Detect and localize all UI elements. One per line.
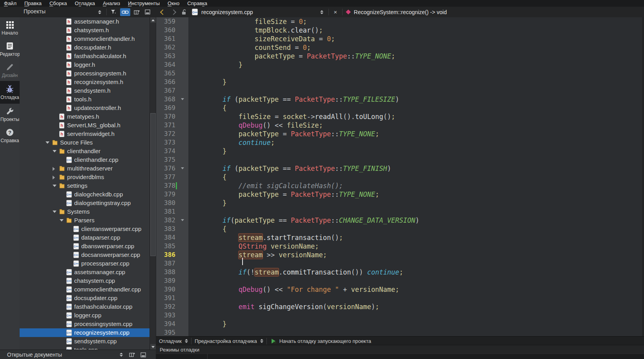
code-line-382[interactable]: if(packetType == PacketType::CHANGE_DATA… <box>188 216 642 225</box>
code-line-369[interactable]: { <box>188 104 642 112</box>
tree-item-tools.h[interactable]: htools.h <box>20 95 150 104</box>
scroll-down-icon[interactable] <box>150 344 156 350</box>
panel-combo-arrows-icon[interactable] <box>117 351 125 359</box>
tree-item-logger.cpp[interactable]: C++logger.cpp <box>20 311 150 320</box>
preset-combo-arrows-icon[interactable] <box>260 339 263 343</box>
collapsed-arrow-icon[interactable] <box>53 176 55 180</box>
tree-item-clienthandler[interactable]: clienthandler <box>20 147 150 156</box>
code-line-367[interactable] <box>188 86 642 95</box>
tree-item-providerdblms[interactable]: providerdblms <box>20 173 150 181</box>
tree-scrollbar[interactable] <box>150 17 156 350</box>
tree-item-dbanswerparser.cpp[interactable]: C++dbanswerparser.cpp <box>20 242 150 251</box>
expanded-arrow-icon[interactable] <box>46 141 49 144</box>
expanded-arrow-icon[interactable] <box>53 150 57 152</box>
code-line-395[interactable] <box>188 328 642 336</box>
scroll-up-icon[interactable] <box>150 17 156 23</box>
tree-item-ServerLMS_global.h[interactable]: hServerLMS_global.h <box>20 121 150 130</box>
tree-item-chatsystem.h[interactable]: hchatsystem.h <box>20 26 150 35</box>
code-line-365[interactable] <box>188 69 642 78</box>
tree-item-processparser.cpp[interactable]: C++processparser.cpp <box>20 259 150 268</box>
code-line-371[interactable]: qDebug() << fileSize; <box>188 121 642 130</box>
split-panel-icon[interactable] <box>128 351 136 359</box>
fold-marker-icon[interactable] <box>181 167 184 169</box>
start-debug-icon[interactable] <box>270 337 278 345</box>
tree-item-assetsmanager.h[interactable]: hassetsmanager.h <box>20 17 150 26</box>
close-panel-icon[interactable] <box>144 8 151 16</box>
menu-item-2[interactable]: Правка <box>20 0 46 7</box>
mode-справка[interactable]: ?Справка <box>0 125 20 146</box>
code-line-368[interactable]: if (packetType == PacketType::TYPE_FILES… <box>188 95 642 104</box>
split-panel-icon[interactable] <box>133 8 141 16</box>
tree-item-docsupdater.h[interactable]: hdocsupdater.h <box>20 43 150 52</box>
code-line-379[interactable]: packetType = PacketType::TYPE_NONE; <box>188 190 642 199</box>
tree-item-tools.cpp[interactable]: C++tools.cpp <box>20 346 150 350</box>
menu-item-1[interactable]: Файл <box>0 0 20 7</box>
tree-item-dialogcheckdb.cpp[interactable]: C++dialogcheckdb.cpp <box>20 190 150 199</box>
tree-item-metatypes.h[interactable]: hmetatypes.h <box>20 112 150 121</box>
code-line-360[interactable]: tmpBlock.clear(); <box>188 26 642 35</box>
tree-item-assetsmanager.cpp[interactable]: C++assetsmanager.cpp <box>20 268 150 277</box>
tree-item-settings[interactable]: settings <box>20 181 150 190</box>
code-line-376[interactable]: if (packetType == PacketType::TYPE_FINIS… <box>188 164 642 173</box>
filter-icon[interactable] <box>109 8 117 16</box>
tree-item-dialogsettingstray.cpp[interactable]: C++dialogsettingstray.cpp <box>20 199 150 207</box>
code-line-387[interactable] <box>188 259 642 268</box>
editor-scrollbar[interactable] <box>642 17 644 336</box>
code-line-380[interactable]: } <box>188 199 642 207</box>
tree-item-fasthashcalculator.h[interactable]: hfasthashcalculator.h <box>20 52 150 60</box>
tree-item-commonclienthandler.cpp[interactable]: C++commonclienthandler.cpp <box>20 285 150 294</box>
close-document-icon[interactable]: × <box>332 8 339 16</box>
tree-item-recognizesystem.cpp[interactable]: C++recognizesystem.cpp <box>20 328 150 337</box>
tree-item-dataparser.cpp[interactable]: C++dataparser.cpp <box>20 233 150 242</box>
code-line-385[interactable]: QString versionName; <box>188 242 642 251</box>
code-line-361[interactable]: sizeReceiveData = 0; <box>188 35 642 43</box>
debugger-combo-arrows-icon[interactable] <box>185 339 188 343</box>
document-combo-arrows-icon[interactable] <box>318 8 326 16</box>
code-line-372[interactable]: packetType = PacketType::TYPE_NONE; <box>188 130 642 138</box>
menu-item-8[interactable]: Справка <box>183 0 211 7</box>
code-line-362[interactable]: countSend = 0; <box>188 43 642 52</box>
code-line-375[interactable] <box>188 156 642 164</box>
code-line-366[interactable]: } <box>188 78 642 86</box>
unlock-icon[interactable] <box>180 8 188 16</box>
tree-item-processingsystem.cpp[interactable]: C++processingsystem.cpp <box>20 320 150 328</box>
mode-начало[interactable]: Начало <box>0 17 20 38</box>
forward-icon[interactable] <box>170 8 177 16</box>
mode-отладка[interactable]: Отладка <box>0 81 20 104</box>
tree-item-sendsystem.cpp[interactable]: C++sendsystem.cpp <box>20 337 150 346</box>
debugger-selector[interactable]: Отладчик <box>159 338 182 344</box>
tree-item-multithreadserver[interactable]: multithreadserver <box>20 164 150 173</box>
tree-item-docsanswerparser.cpp[interactable]: C++docsanswerparser.cpp <box>20 251 150 259</box>
code-line-363[interactable]: packetType = PacketType::TYPE_NONE; <box>188 52 642 60</box>
tree-item-sendsystem.h[interactable]: hsendsystem.h <box>20 86 150 95</box>
menu-item-3[interactable]: Сборка <box>46 0 71 7</box>
expanded-arrow-icon[interactable] <box>53 211 57 213</box>
code-line-389[interactable] <box>188 277 642 285</box>
expanded-arrow-icon[interactable] <box>53 185 57 187</box>
code-line-391[interactable] <box>188 294 642 302</box>
code-line-393[interactable] <box>188 311 642 320</box>
tree-item-Source Files[interactable]: Source Files <box>20 138 150 147</box>
panel-combo-arrows-icon[interactable] <box>96 8 104 16</box>
tree-item-chatsystem.cpp[interactable]: C++chatsystem.cpp <box>20 277 150 285</box>
code-line-383[interactable]: { <box>188 225 642 233</box>
tree-item-clienthandler.cpp[interactable]: C++clienthandler.cpp <box>20 156 150 164</box>
menu-item-4[interactable]: Отладка <box>71 0 99 7</box>
tree-item-Systems[interactable]: Systems <box>20 207 150 216</box>
code-line-384[interactable]: stream.startTransaction(); <box>188 233 642 242</box>
code-line-374[interactable]: } <box>188 147 642 156</box>
code-line-392[interactable]: emit sigChangeVersion(versionName); <box>188 302 642 311</box>
code-line-364[interactable]: } <box>188 60 642 69</box>
expanded-arrow-icon[interactable] <box>60 219 64 222</box>
tree-item-commonclienthandler.h[interactable]: hcommonclienthandler.h <box>20 35 150 43</box>
close-panel-icon[interactable] <box>139 351 147 359</box>
tree-item-docsupdater.cpp[interactable]: C++docsupdater.cpp <box>20 294 150 302</box>
menu-item-6[interactable]: Инструменты <box>124 0 164 7</box>
tree-item-Parsers[interactable]: Parsers <box>20 216 150 225</box>
scrollbar-thumb[interactable] <box>150 113 156 256</box>
code-line-388[interactable]: if(!stream.commitTransaction()) continue… <box>188 268 642 277</box>
code-line-381[interactable] <box>188 207 642 216</box>
mode-проекты[interactable]: Проекты <box>0 104 20 125</box>
code-line-377[interactable]: { <box>188 173 642 181</box>
tree-item-processingsystem.h[interactable]: hprocessingsystem.h <box>20 69 150 78</box>
